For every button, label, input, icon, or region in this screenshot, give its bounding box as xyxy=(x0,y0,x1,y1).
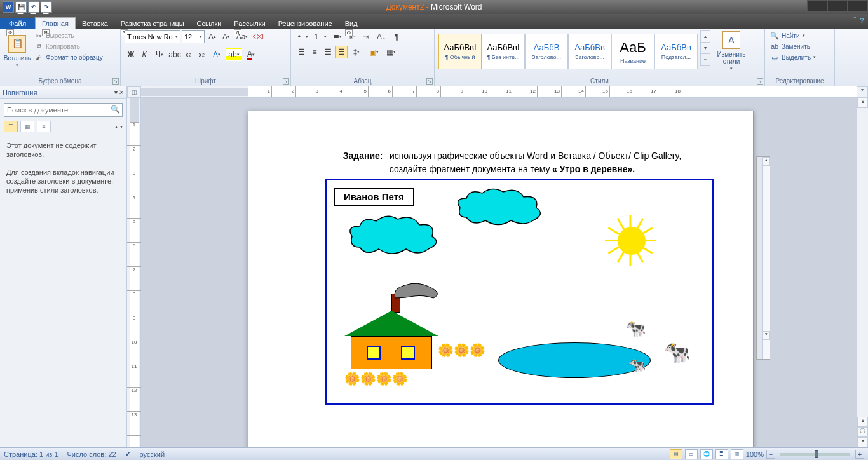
select-button[interactable]: ▭Выделить▾ xyxy=(769,52,817,62)
nav-header: Навигация ▾✕ xyxy=(0,86,126,99)
decrease-indent-button[interactable]: ⇤ xyxy=(346,30,359,43)
view-full-screen[interactable]: ▭ xyxy=(685,449,698,459)
zoom-level[interactable]: 100% xyxy=(746,450,764,458)
paragraph-launcher[interactable]: ↘ xyxy=(426,78,433,85)
tab-insert[interactable]: Вставка xyxy=(76,18,114,29)
nav-prev-icon[interactable]: ▴ xyxy=(115,124,118,130)
style-item[interactable]: АаБбВвІ¶ Без инте... xyxy=(482,34,525,69)
pond-shape xyxy=(498,342,651,378)
group-paragraph-title: Абзац xyxy=(295,77,430,86)
style-item[interactable]: АаБНазвание xyxy=(611,34,654,69)
scrollbar-vertical[interactable]: ▴ ▴◯▾ xyxy=(857,98,868,447)
view-print-layout[interactable]: ▤ xyxy=(670,449,682,459)
nav-tabs: ☰ ▦ ≡ ▴▾ xyxy=(0,121,126,132)
zoom-in-button[interactable]: + xyxy=(855,450,864,459)
font-color-button[interactable]: A▾ xyxy=(243,48,259,61)
align-center-button[interactable]: ≡ xyxy=(308,46,321,58)
nav-tab-results[interactable]: ≡ xyxy=(37,121,51,132)
font-name-combo[interactable]: Times New Ro▾ xyxy=(125,30,180,43)
status-language[interactable]: русский xyxy=(140,450,165,458)
ruler-vertical[interactable]: 12345678910111213 xyxy=(127,98,141,447)
embedded-task-pane: ▴▾ xyxy=(756,156,770,360)
zoom-slider[interactable] xyxy=(780,453,850,456)
help-icon[interactable]: ? xyxy=(860,17,864,24)
nav-tab-pages[interactable]: ▦ xyxy=(20,121,34,132)
ruler-horizontal[interactable]: 123456789101112131415161718 xyxy=(141,86,857,98)
tab-file[interactable]: ФайлФ xyxy=(0,18,35,29)
view-draft[interactable]: ▥ xyxy=(731,449,743,459)
document-page[interactable]: Задание: используя графические объекты W… xyxy=(248,111,754,447)
increase-indent-button[interactable]: ⇥ xyxy=(360,30,372,43)
borders-button[interactable]: ▦▾ xyxy=(383,46,399,58)
change-styles-button[interactable]: A Изменить стили▾ xyxy=(713,30,750,72)
format-painter-button[interactable]: 🖌Формат по образцу xyxy=(33,52,104,62)
status-proofing-icon[interactable]: ✔ xyxy=(125,450,131,458)
clear-formatting-button[interactable]: ⌫ xyxy=(252,30,264,43)
strike-button[interactable]: abc xyxy=(168,48,181,61)
nav-search-input[interactable] xyxy=(4,103,123,117)
ruler-corner[interactable]: ◫ xyxy=(127,86,141,98)
view-web[interactable]: 🌐 xyxy=(700,449,713,459)
maximize-button[interactable] xyxy=(827,0,848,11)
find-button[interactable]: 🔍Найти▾ xyxy=(769,30,817,41)
bullets-button[interactable]: •─▾ xyxy=(295,30,311,43)
view-outline[interactable]: ≣ xyxy=(715,449,728,459)
change-case-button[interactable]: Aa▾ xyxy=(234,30,250,43)
font-launcher[interactable]: ↘ xyxy=(283,78,289,85)
close-button[interactable] xyxy=(848,0,868,11)
shading-button[interactable]: ▣▾ xyxy=(365,46,382,58)
nav-next-icon[interactable]: ▾ xyxy=(120,124,123,130)
window-shape xyxy=(401,346,415,360)
minimize-button[interactable] xyxy=(807,0,827,11)
tab-home[interactable]: ГлавнаяЯ xyxy=(35,17,76,29)
font-size-combo[interactable]: 12▾ xyxy=(182,30,205,43)
show-marks-button[interactable]: ¶ xyxy=(390,30,403,43)
tab-review[interactable]: Рецензирование xyxy=(272,18,339,29)
shrink-font-button[interactable]: A▾ xyxy=(220,30,233,43)
italic-button[interactable]: К xyxy=(138,48,151,61)
subscript-button[interactable]: x2 xyxy=(182,48,194,61)
drawing-canvas[interactable]: Иванов Петя xyxy=(325,179,714,405)
cow-clip: 🐄 xyxy=(625,319,646,339)
justify-button[interactable]: ☰ xyxy=(335,46,348,58)
tab-page-layout[interactable]: Разметка страницыЗ xyxy=(114,18,191,29)
numbering-button[interactable]: 1─▾ xyxy=(312,30,329,43)
nav-tab-headings[interactable]: ☰ xyxy=(4,121,18,132)
tab-view[interactable]: ВидО xyxy=(339,18,364,29)
ruler-toggle[interactable]: ▾ xyxy=(857,86,868,98)
highlight-button[interactable]: ab▾ xyxy=(226,48,242,61)
ribbon-minimize-icon[interactable]: ˇ xyxy=(854,17,857,24)
align-left-button[interactable]: ☰ xyxy=(295,46,308,58)
superscript-button[interactable]: x2 xyxy=(195,48,208,61)
style-item[interactable]: АаБбВвЗаголово... xyxy=(568,34,611,69)
status-page[interactable]: Страница: 1 из 1 xyxy=(4,450,58,458)
cut-button[interactable]: ✂Вырезать xyxy=(33,30,104,41)
sort-button[interactable]: A↓ xyxy=(373,30,390,43)
clipboard-launcher[interactable]: ↘ xyxy=(112,78,119,85)
style-item[interactable]: АаБбВЗаголово... xyxy=(525,34,568,69)
tab-mailings[interactable]: РассылкиЛ xyxy=(227,18,271,29)
change-styles-icon: A xyxy=(722,31,740,49)
grow-font-button[interactable]: A▴ xyxy=(206,30,219,43)
style-item[interactable]: АаБбВвІ¶ Обычный xyxy=(438,34,482,69)
align-right-button[interactable]: ☰ xyxy=(322,46,334,58)
flowers-clip: 🌼🌼🌼🌼 xyxy=(344,371,408,386)
style-item[interactable]: АаБбВвПодзагол... xyxy=(654,34,698,69)
replace-button[interactable]: abЗаменить xyxy=(769,41,817,51)
paste-button[interactable]: 📋 Вставить ▾ xyxy=(4,30,31,72)
tab-references[interactable]: Ссылки xyxy=(191,18,228,29)
styles-scroll[interactable]: ▴▾≡ xyxy=(700,30,710,66)
cow-clip: 🐄 xyxy=(628,357,646,374)
styles-launcher[interactable]: ↘ xyxy=(757,78,763,85)
underline-button[interactable]: Ч▾ xyxy=(151,48,168,61)
nav-menu-icon[interactable]: ▾ xyxy=(114,89,118,96)
nav-close-icon[interactable]: ✕ xyxy=(119,89,124,96)
line-spacing-button[interactable]: ‡▾ xyxy=(348,46,365,58)
status-words[interactable]: Число слов: 22 xyxy=(67,450,116,458)
bold-button[interactable]: Ж xyxy=(125,48,137,61)
zoom-out-button[interactable]: − xyxy=(766,450,775,459)
copy-button[interactable]: ⧉Копировать xyxy=(33,41,104,51)
multilevel-button[interactable]: ≣▾ xyxy=(329,30,346,43)
text-effects-button[interactable]: A▾ xyxy=(208,48,225,61)
search-icon[interactable]: 🔍 xyxy=(111,105,120,114)
